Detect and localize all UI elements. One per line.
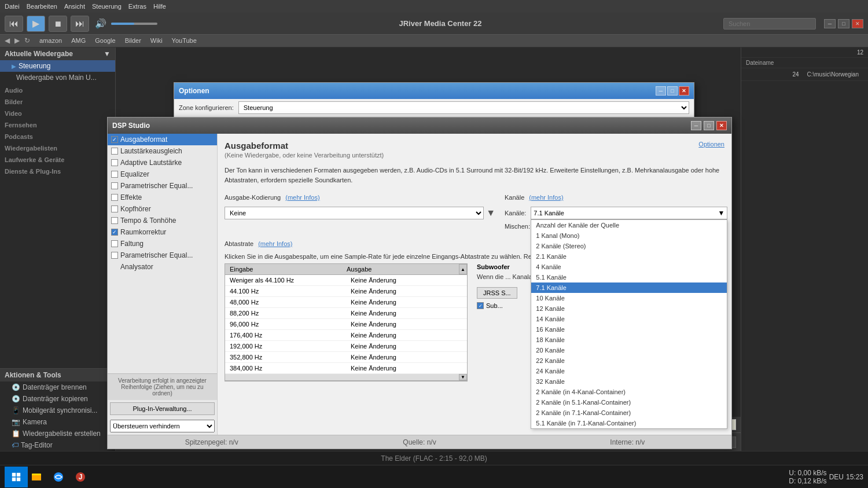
dropdown-item-19[interactable]: 5.1 Kanäle (in 7.1-Kanal-Container) [531,418,727,428]
taskbar-jriver[interactable]: J [72,468,89,486]
menu-hilfe[interactable]: Hilfe [153,3,166,10]
dropdown-item-7[interactable]: 10 Kanäle [531,293,727,303]
dropdown-item-0[interactable]: Anzahl der Kanäle der Quelle [531,220,727,230]
ausgabe-0[interactable]: Keine Änderung [346,275,467,285]
minimize-button[interactable]: ─ [824,19,836,28]
dropdown-item-2[interactable]: 2 Kanäle (Stereo) [531,241,727,251]
eingabe-5[interactable]: 176,400 Hz [225,330,346,340]
maximize-button[interactable]: □ [838,19,849,28]
dsp-cb-equalizer[interactable] [111,171,118,178]
dsp-cb-lautstaerke[interactable] [111,148,118,155]
order-select[interactable]: Übersteuern verhindern [110,420,215,432]
nav-link-youtube[interactable]: YouTube [172,37,197,44]
kanaele-link[interactable]: (mehr Infos) [529,194,563,201]
table-scroll-up[interactable]: ▲ [459,264,467,274]
plugin-verwaltung-button[interactable]: Plug-In-Verwaltung... [110,402,215,415]
prev-button[interactable]: ⏮ [5,16,23,32]
taskbar-ie[interactable] [50,468,67,486]
nav-link-bilder[interactable]: Bilder [125,37,141,44]
stop-button[interactable]: ⏹ [49,16,67,32]
eingabe-1[interactable]: 44.100 Hz [225,286,346,296]
sidebar-action-kamera[interactable]: 📷Kamera [0,416,115,428]
dsp-item-effekte[interactable]: Effekte [108,192,217,203]
eingabe-7[interactable]: 352,800 Hz [225,352,346,362]
dropdown-item-1[interactable]: 1 Kanal (Mono) [531,230,727,241]
dsp-cb-param1[interactable] [111,182,118,189]
sidebar-item-wiedergabe[interactable]: Wiedergabe von Main U... [0,72,115,83]
abtastrate-link[interactable]: (mehr Infos) [258,240,292,247]
sidebar-action-tag[interactable]: 🏷Tag-Editor [0,439,115,451]
dropdown-item-5[interactable]: 5.1 Kanäle [531,272,727,282]
eingabe-6[interactable]: 192,000 Hz [225,341,346,351]
sidebar-cat-laufwerke[interactable]: Laufwerke & Geräte [0,153,115,164]
sidebar-section-arrow[interactable]: ▼ [104,50,111,58]
dropdown-item-14[interactable]: 24 Kanäle [531,366,727,376]
eingabe-2[interactable]: 48,000 Hz [225,297,346,307]
menu-ansicht[interactable]: Ansicht [64,3,85,10]
sidebar-action-liste[interactable]: 📋Wiedergabeliste erstellen [0,428,115,439]
menu-steuerung[interactable]: Steuerung [92,3,122,10]
taskbar-explorer[interactable] [28,468,45,486]
dropdown-item-18[interactable]: 2 Kanäle (in 7.1-Kanal-Container) [531,408,727,418]
dropdown-item-17[interactable]: 2 Kanäle (in 5.1-Kanal-Container) [531,397,727,408]
ausgabe-6[interactable]: Keine Änderung [346,341,467,351]
dropdown-item-4[interactable]: 4 Kanäle [531,262,727,272]
dsp-item-ausgabeformat[interactable]: ✓ Ausgabeformat [108,134,217,145]
dsp-cb-kopfhoerer[interactable] [111,206,118,212]
sidebar-cat-dienste[interactable]: Dienste & Plug-Ins [0,164,115,176]
kanaele-dropdown-button[interactable]: 7.1 Kanäle ▼ [531,207,727,219]
dsp-item-param2[interactable]: Parametrischer Equal... [108,249,217,261]
menu-extras[interactable]: Extras [128,3,146,10]
table-scroll-down[interactable]: ▼ [459,374,467,380]
next-button[interactable]: ⏭ [71,16,89,32]
dsp-item-tempo[interactable]: Tempo & Tonhöhe [108,215,217,226]
eingabe-8[interactable]: 384,000 Hz [225,363,346,373]
sidebar-action-mobilgerät[interactable]: 📱Mobilgerät synchronisi... [0,405,115,416]
sidebar-cat-podcasts[interactable]: Podcasts [0,130,115,141]
dropdown-item-13[interactable]: 22 Kanäle [531,355,727,366]
dsp-cb-param2[interactable] [111,252,118,259]
dsp-maximize[interactable]: □ [704,121,714,130]
kodierung-link[interactable]: (mehr Infos) [285,194,319,201]
dsp-item-lautstaerke[interactable]: Lautstärkeausgleich [108,145,217,157]
dsp-item-analysator[interactable]: Analysator [108,261,217,273]
dsp-item-param1[interactable]: Parametrischer Equal... [108,180,217,192]
nav-link-amg[interactable]: AMG [71,37,86,44]
options-maximize[interactable]: □ [667,86,678,96]
close-button[interactable]: ✕ [852,19,863,28]
nav-link-wiki[interactable]: Wiki [150,37,163,44]
nav-refresh[interactable]: ↻ [24,36,30,45]
search-input[interactable] [723,18,816,30]
eingabe-0[interactable]: Weniger als 44.100 Hz [225,275,346,285]
dropdown-item-16[interactable]: 2 Kanäle (in 4-Kanal-Container) [531,387,727,397]
dropdown-item-11[interactable]: 18 Kanäle [531,335,727,345]
options-minimize[interactable]: ─ [656,86,666,96]
dropdown-item-12[interactable]: 20 Kanäle [531,345,727,355]
ausgabe-5[interactable]: Keine Änderung [346,330,467,340]
dsp-cb-ausgabeformat[interactable]: ✓ [111,136,118,143]
dsp-cb-raumkorrektur[interactable]: ✓ [111,229,118,236]
sidebar-cat-wiedergabelisten[interactable]: Wiedergabelisten [0,141,115,153]
start-button[interactable] [5,467,28,487]
dropdown-item-10[interactable]: 16 Kanäle [531,324,727,335]
dsp-cb-effekte[interactable] [111,194,118,201]
sub-checkbox[interactable]: ✓ [477,302,484,309]
jrss-button[interactable]: JRSS S... [477,287,517,299]
dropdown-item-8[interactable]: 12 Kanäle [531,303,727,314]
sidebar-cat-bilder[interactable]: Bilder [0,95,115,107]
dsp-item-equalizer[interactable]: Equalizer [108,168,217,180]
dropdown-item-3[interactable]: 2.1 Kanäle [531,251,727,262]
dsp-cb-faltung[interactable] [111,240,118,247]
dropdown-item-6[interactable]: 7.1 Kanäle [531,282,727,293]
kodierung-dropdown-arrow[interactable]: ▼ [486,208,495,218]
dsp-minimize[interactable]: ─ [691,121,701,130]
dsp-item-faltung[interactable]: Faltung [108,238,217,249]
ausgabe-4[interactable]: Keine Änderung [346,319,467,329]
eingabe-3[interactable]: 88,200 Hz [225,308,346,318]
sidebar-action-brennen[interactable]: 💿Datenträger brennen [0,381,115,393]
menu-bearbeiten[interactable]: Bearbeiten [27,3,57,10]
ausgabe-2[interactable]: Keine Änderung [346,297,467,307]
zone-select[interactable]: Steuerung [238,101,689,114]
ausgabe-7[interactable]: Keine Änderung [346,352,467,362]
sidebar-item-steuerung[interactable]: ▶ Steuerung [0,60,115,72]
